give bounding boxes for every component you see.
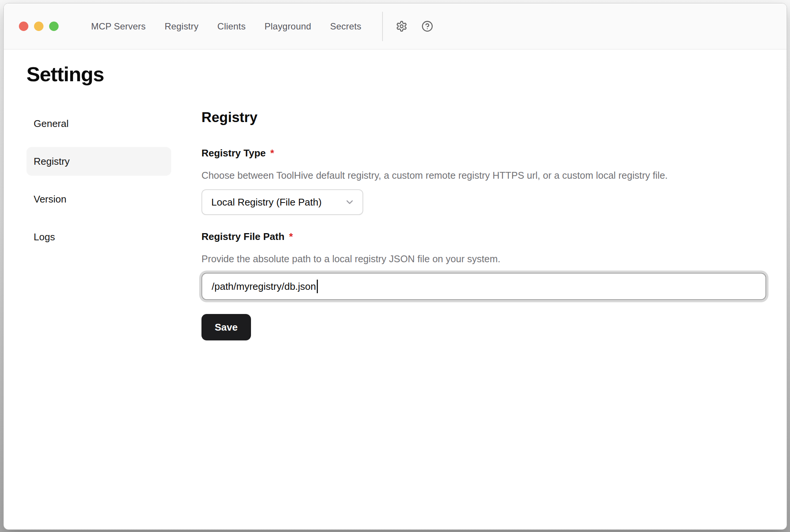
required-asterisk: * — [270, 147, 274, 159]
registry-file-path-input[interactable]: /path/myregistry/db.json — [201, 273, 766, 300]
registry-type-select[interactable]: Local Registry (File Path) — [201, 189, 363, 215]
app-window: MCP Servers Registry Clients Playground … — [3, 3, 787, 530]
nav-item-registry[interactable]: Registry — [164, 3, 198, 49]
toolbar-icons — [395, 20, 433, 32]
nav-item-clients[interactable]: Clients — [217, 3, 246, 49]
sidebar-item-label: Registry — [34, 156, 70, 167]
sidebar-item-registry[interactable]: Registry — [26, 147, 171, 176]
settings-gear-icon — [396, 20, 407, 32]
text-cursor — [317, 280, 318, 293]
page-title: Settings — [26, 62, 104, 86]
toolbar-divider — [382, 12, 383, 41]
registry-type-label: Registry Type * — [201, 147, 766, 159]
traffic-lights — [19, 22, 59, 31]
top-navigation: MCP Servers Registry Clients Playground … — [91, 3, 361, 49]
sidebar-item-label: General — [34, 118, 69, 130]
chevron-down-icon — [344, 197, 355, 207]
sidebar-item-label: Version — [34, 193, 67, 205]
desktop-background: { "window": { "traffic_lights": { "close… — [0, 0, 790, 532]
settings-sidebar: General Registry Version Logs — [26, 109, 171, 251]
titlebar: MCP Servers Registry Clients Playground … — [4, 3, 787, 49]
nav-item-playground[interactable]: Playground — [265, 3, 311, 49]
field-label-text: Registry File Path — [201, 230, 285, 243]
registry-file-path-value: /path/myregistry/db.json — [212, 281, 316, 292]
registry-file-path-description: Provide the absolute path to a local reg… — [201, 253, 766, 265]
registry-file-path-label: Registry File Path * — [201, 230, 766, 243]
sidebar-item-logs[interactable]: Logs — [26, 223, 171, 251]
registry-type-selected-value: Local Registry (File Path) — [211, 196, 322, 208]
settings-button[interactable] — [395, 20, 407, 32]
section-heading: Registry — [201, 110, 766, 125]
help-icon — [421, 20, 433, 32]
sidebar-item-general[interactable]: General — [26, 109, 171, 138]
required-asterisk: * — [289, 230, 293, 243]
save-button[interactable]: Save — [201, 314, 251, 340]
field-label-text: Registry Type — [201, 147, 266, 159]
registry-type-description: Choose between ToolHive default registry… — [201, 169, 766, 182]
help-button[interactable] — [421, 20, 433, 32]
sidebar-item-label: Logs — [34, 231, 55, 243]
nav-item-secrets[interactable]: Secrets — [330, 3, 361, 49]
registry-settings-panel: Registry Registry Type * Choose between … — [201, 110, 766, 340]
sidebar-item-version[interactable]: Version — [26, 185, 171, 213]
close-window-button[interactable] — [19, 22, 28, 31]
nav-item-mcp-servers[interactable]: MCP Servers — [91, 3, 146, 49]
minimize-window-button[interactable] — [34, 22, 43, 31]
maximize-window-button[interactable] — [49, 22, 59, 31]
